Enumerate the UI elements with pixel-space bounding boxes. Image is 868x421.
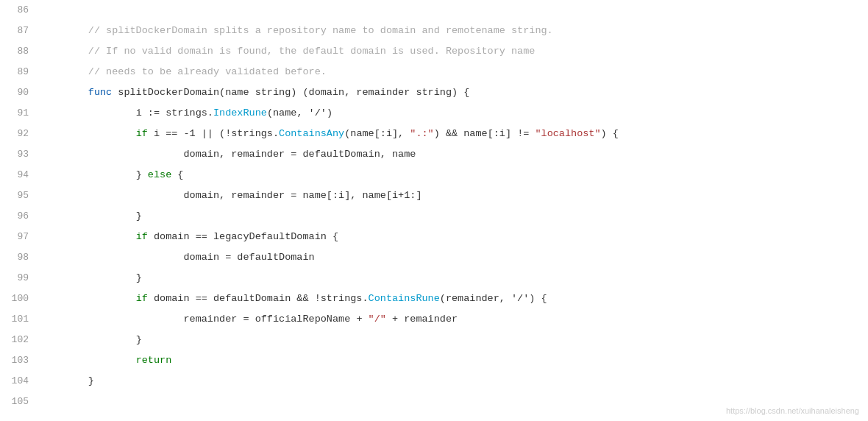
code-line: // needs to be already validated before. xyxy=(40,62,868,82)
line-number: 86 xyxy=(0,0,40,21)
code-editor: 8687 // splitDockerDomain splits a repos… xyxy=(0,0,868,421)
line-number: 89 xyxy=(0,62,40,82)
table-row: 89 // needs to be already validated befo… xyxy=(0,62,868,82)
line-number: 100 xyxy=(0,289,40,309)
line-number: 93 xyxy=(0,144,40,165)
code-line: i := strings.IndexRune(name, '/') xyxy=(40,103,868,124)
line-number: 103 xyxy=(0,350,40,371)
table-row: 97 if domain == legacyDefaultDomain { xyxy=(0,227,868,247)
table-row: 94 } else { xyxy=(0,165,868,185)
code-line: remainder = officialRepoName + "/" + rem… xyxy=(40,309,868,330)
code-line: func splitDockerDomain(name string) (dom… xyxy=(40,82,868,103)
code-line: } else { xyxy=(40,165,868,185)
line-number: 90 xyxy=(0,82,40,103)
line-number: 99 xyxy=(0,268,40,289)
table-row: 91 i := strings.IndexRune(name, '/') xyxy=(0,103,868,124)
code-line: domain, remainder = defaultDomain, name xyxy=(40,144,868,165)
table-row: 93 domain, remainder = defaultDomain, na… xyxy=(0,144,868,165)
table-row: 99 } xyxy=(0,268,868,289)
code-line: // splitDockerDomain splits a repository… xyxy=(40,21,868,41)
code-line: domain = defaultDomain xyxy=(40,247,868,268)
table-row: 87 // splitDockerDomain splits a reposit… xyxy=(0,21,868,41)
line-number: 97 xyxy=(0,227,40,247)
table-row: 103 return xyxy=(0,350,868,371)
line-number: 105 xyxy=(0,392,40,412)
code-line: } xyxy=(40,371,868,392)
code-line: if domain == defaultDomain && !strings.C… xyxy=(40,289,868,309)
line-number: 92 xyxy=(0,124,40,144)
table-row: 95 domain, remainder = name[:i], name[i+… xyxy=(0,185,868,206)
table-row: 98 domain = defaultDomain xyxy=(0,247,868,268)
code-line: } xyxy=(40,330,868,350)
table-row: 90 func splitDockerDomain(name string) (… xyxy=(0,82,868,103)
table-row: 88 // If no valid domain is found, the d… xyxy=(0,41,868,62)
table-row: 104 } xyxy=(0,371,868,392)
code-lines: 8687 // splitDockerDomain splits a repos… xyxy=(0,0,868,412)
line-number: 91 xyxy=(0,103,40,124)
code-line: if i == -1 || (!strings.ContainsAny(name… xyxy=(40,124,868,144)
line-number: 88 xyxy=(0,41,40,62)
code-line: // If no valid domain is found, the defa… xyxy=(40,41,868,62)
line-number: 87 xyxy=(0,21,40,41)
code-line: if domain == legacyDefaultDomain { xyxy=(40,227,868,247)
table-row: 92 if i == -1 || (!strings.ContainsAny(n… xyxy=(0,124,868,144)
table-row: 101 remainder = officialRepoName + "/" +… xyxy=(0,309,868,330)
line-number: 96 xyxy=(0,206,40,227)
line-number: 104 xyxy=(0,371,40,392)
table-row: 86 xyxy=(0,0,868,21)
code-line: } xyxy=(40,268,868,289)
table-row: 100 if domain == defaultDomain && !strin… xyxy=(0,289,868,309)
line-number: 95 xyxy=(0,185,40,206)
code-line: domain, remainder = name[:i], name[i+1:] xyxy=(40,185,868,206)
code-line: return xyxy=(40,350,868,371)
watermark: https://blog.csdn.net/xuihanaleisheng xyxy=(726,406,859,415)
table-row: 96 } xyxy=(0,206,868,227)
line-number: 98 xyxy=(0,247,40,268)
line-number: 101 xyxy=(0,309,40,330)
code-line: } xyxy=(40,206,868,227)
line-number: 94 xyxy=(0,165,40,185)
table-row: 102 } xyxy=(0,330,868,350)
line-number: 102 xyxy=(0,330,40,350)
